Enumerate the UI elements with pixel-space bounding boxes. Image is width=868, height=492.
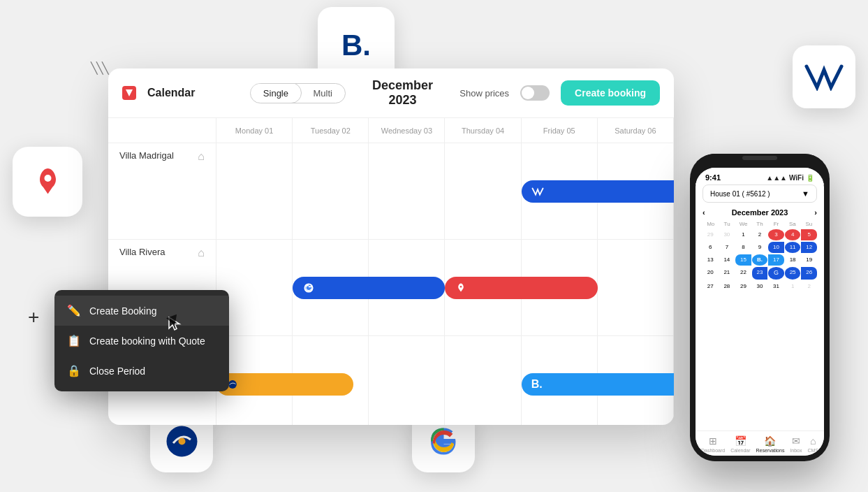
day-header-5: Friday 05 — [522, 118, 598, 143]
phone-mini-calendar: ‹ December 2023 › Mo Tu We Th Fr Sa Su 2… — [703, 208, 817, 292]
show-prices-label: Show prices — [459, 88, 509, 99]
mini-cal-days-row: Mo Tu We Th Fr Sa Su — [703, 221, 817, 227]
calendar-icon: 📅 — [735, 435, 746, 447]
mini-cal-month: December 2023 — [732, 208, 788, 217]
quote-icon: 📋 — [67, 334, 81, 347]
prev-month-icon[interactable]: ‹ — [703, 208, 705, 217]
property-row-1[interactable]: Villa Madrigal ⌂ — [108, 143, 216, 240]
phone-property-dropdown[interactable]: House 01 ( #5612 ) ▼ — [703, 184, 817, 203]
phone-screen: 9:41 ▲▲▲ WiFi 🔋 House 01 ( #5612 ) ▼ ‹ D… — [696, 168, 824, 456]
mini-cal-grid: 29 30 1 2 3 4 5 6 7 8 9 10 11 12 — [703, 229, 817, 292]
phone-nav-dashboard[interactable]: ⊞ Dashboard — [701, 435, 725, 453]
inbox-icon: ✉ — [792, 435, 800, 447]
deco-plus-left: + — [28, 306, 39, 328]
menu-item-create-booking[interactable]: ✏️ Create Booking — [54, 296, 229, 326]
home-icon-1: ⌂ — [198, 150, 205, 163]
create-booking-button[interactable]: Create booking — [561, 80, 660, 106]
home-icon-2: ⌂ — [198, 247, 205, 259]
day-header-2: Tuesday 02 — [293, 118, 369, 143]
multi-view-button[interactable]: Multi — [300, 84, 344, 103]
next-month-icon[interactable]: › — [814, 208, 817, 217]
booking-bar-vrbo-row1 — [522, 180, 674, 203]
calendar-main: Monday 01 Tuesday 02 Wednesday 03 Thursd… — [216, 118, 674, 425]
reservations-icon: 🏠 — [764, 435, 776, 447]
single-view-button[interactable]: Single — [250, 83, 302, 103]
svg-point-0 — [44, 175, 51, 182]
show-prices-toggle[interactable] — [520, 85, 550, 101]
menu-item-close-period-label: Close Period — [89, 366, 145, 377]
calendar-nav-label: Calendar — [730, 448, 750, 453]
phone-nav-calendar[interactable]: 📅 Calendar — [730, 435, 750, 453]
booking-bar-airbnb-row2 — [445, 277, 597, 299]
dashboard-icon: ⊞ — [709, 435, 717, 447]
svg-point-4 — [460, 285, 462, 287]
mini-cal-header: ‹ December 2023 › — [703, 208, 817, 217]
cms-icon: ⌂ — [810, 435, 816, 447]
day-tu: Tu — [719, 221, 735, 227]
view-toggles[interactable]: Single Multi — [250, 83, 346, 103]
booking-bar-google-row2 — [293, 277, 445, 299]
menu-item-create-booking-label: Create Booking — [89, 305, 157, 317]
property-name-2: Villa Rivera — [119, 247, 165, 257]
cal-row-1[interactable] — [216, 143, 674, 240]
cal-row-3[interactable]: B. — [216, 336, 674, 425]
svg-point-2 — [178, 437, 185, 444]
phone-status-bar: 9:41 ▲▲▲ WiFi 🔋 — [696, 168, 824, 184]
phone-content: House 01 ( #5612 ) ▼ ‹ December 2023 › M… — [696, 184, 824, 430]
booking-bar-bookingcom-row3: B. — [522, 373, 674, 396]
sidebar-header-spacer — [108, 118, 216, 143]
cms-label: CMS — [807, 448, 818, 453]
menu-item-create-quote[interactable]: 📋 Create booking with Quote — [54, 326, 229, 356]
month-title: December 2023 — [357, 78, 448, 108]
menu-item-close-period[interactable]: 🔒 Close Period — [54, 356, 229, 386]
day-header-3: Wednesday 03 — [369, 118, 445, 143]
lock-icon: 🔒 — [67, 364, 81, 377]
booking-bar-jetblue-row3 — [216, 373, 353, 396]
phone-bottom-nav: ⊞ Dashboard 📅 Calendar 🏠 Reservations ✉ … — [696, 430, 824, 456]
phone-time: 9:41 — [705, 173, 721, 182]
phone-property-name: House 01 ( #5612 ) — [710, 190, 770, 198]
menu-item-create-quote-label: Create booking with Quote — [89, 335, 205, 347]
day-fr: Fr — [768, 221, 784, 227]
calendar-app-title: Calendar — [147, 87, 239, 99]
context-menu[interactable]: ✏️ Create Booking 📋 Create booking with … — [54, 290, 229, 391]
calendar-rows: B. — [216, 143, 674, 425]
dashboard-label: Dashboard — [701, 448, 725, 453]
day-su: Su — [801, 221, 817, 227]
deco-lines: ╲╲╲ — [91, 62, 108, 75]
days-header: Monday 01 Tuesday 02 Wednesday 03 Thursd… — [216, 118, 674, 143]
phone-nav-inbox[interactable]: ✉ Inbox — [790, 435, 802, 453]
cal-row-2[interactable] — [216, 240, 674, 336]
phone-nav-reservations[interactable]: 🏠 Reservations — [756, 435, 785, 453]
day-we: We — [735, 221, 751, 227]
day-mo: Mo — [703, 221, 719, 227]
calendar-header: Calendar Single Multi December 2023 Show… — [108, 68, 674, 118]
property-name-1: Villa Madrigal — [119, 150, 174, 161]
phone-nav-cms[interactable]: ⌂ CMS — [807, 435, 818, 453]
reservations-label: Reservations — [756, 448, 785, 453]
calendar-logo — [122, 86, 136, 100]
day-header-1: Monday 01 — [216, 118, 293, 143]
inbox-label: Inbox — [790, 448, 802, 453]
vrbo-icon — [793, 45, 855, 108]
day-th: Th — [751, 221, 767, 227]
day-header-4: Thursday 04 — [445, 118, 521, 143]
phone-mockup: 9:41 ▲▲▲ WiFi 🔋 House 01 ( #5612 ) ▼ ‹ D… — [690, 154, 830, 461]
phone-signal: ▲▲▲ WiFi 🔋 — [766, 174, 814, 182]
pencil-icon: ✏️ — [67, 304, 81, 317]
day-sa: Sa — [784, 221, 800, 227]
airbnb-icon — [13, 147, 82, 217]
chevron-down-icon: ▼ — [802, 189, 809, 198]
day-header-6: Saturday 06 — [598, 118, 674, 143]
